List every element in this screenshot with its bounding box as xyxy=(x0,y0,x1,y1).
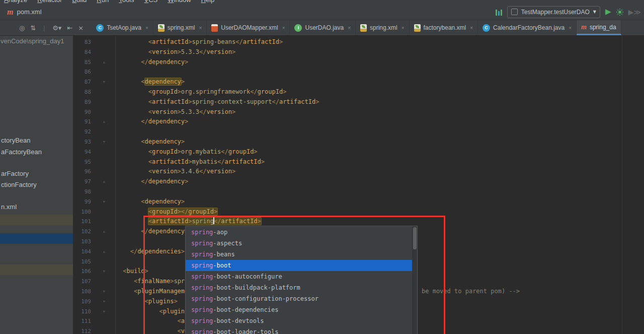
menu-item[interactable]: Window xyxy=(168,0,191,4)
editor-tab[interactable]: factorybean.xml× xyxy=(410,20,478,35)
tab-close-icon[interactable]: × xyxy=(282,25,285,31)
code-line[interactable]: <artifactId>mybatis</artifactId> xyxy=(119,157,644,167)
code-line[interactable] xyxy=(119,187,644,197)
tab-close-icon[interactable]: × xyxy=(569,25,572,31)
build-columns-icon[interactable] xyxy=(496,9,502,16)
menu-item[interactable]: Build xyxy=(72,0,87,4)
line-number: 100 xyxy=(77,207,91,217)
breadcrumb[interactable]: pom.xml xyxy=(17,8,41,16)
fold-marker-icon[interactable]: ▿ xyxy=(103,197,105,207)
panel-icons: ◎⇅❘⚙▾⇤× xyxy=(0,20,92,35)
line-number: 97 xyxy=(77,177,91,187)
fold-marker-icon[interactable]: ▵ xyxy=(103,177,105,187)
project-tree-item[interactable]: ctionFactory xyxy=(1,181,37,188)
completion-item[interactable]: spring-aop xyxy=(186,227,413,238)
line-number: 91 xyxy=(77,117,91,127)
editor-tab[interactable]: CTsetAop.java× xyxy=(92,20,153,35)
tab-close-icon[interactable]: × xyxy=(348,25,351,31)
divider: ❘ xyxy=(41,24,47,32)
line-number: 87 xyxy=(77,77,91,87)
popup-scrollbar-thumb[interactable] xyxy=(413,227,417,249)
project-tree-item[interactable]: aFactoryBean xyxy=(1,148,42,156)
code-line[interactable] xyxy=(119,127,644,137)
menu-item[interactable]: Tools xyxy=(119,0,134,4)
settings-gear-icon[interactable]: ⚙▾ xyxy=(52,24,61,32)
project-tree-item[interactable]: n.xml xyxy=(1,203,17,211)
hide-panel-icon[interactable]: ⇤ xyxy=(67,24,72,32)
collapse-all-icon[interactable]: ⇅ xyxy=(30,24,36,32)
line-number: 84 xyxy=(77,47,91,57)
code-line[interactable]: <artifactId>spring-beans</artifactId> xyxy=(119,37,644,47)
fold-marker-icon[interactable]: ▿ xyxy=(103,307,105,317)
line-number: 108 xyxy=(77,287,91,297)
project-selected-row[interactable] xyxy=(0,264,73,275)
profile-button[interactable]: ▶≫ xyxy=(628,9,641,16)
completion-item[interactable]: spring-aspects xyxy=(186,238,413,249)
ide-window: AnalyzeRefactorBuildRunToolsVCSWindowHel… xyxy=(0,0,644,334)
completion-item[interactable]: spring-boot xyxy=(186,260,413,271)
completion-item[interactable]: spring-boot-dependencies xyxy=(186,304,413,315)
code-line[interactable]: </dependency> xyxy=(119,177,644,187)
editor-tab[interactable]: spring.xml× xyxy=(153,20,207,35)
fold-marker-icon[interactable]: ▵ xyxy=(103,247,105,257)
menu-item[interactable]: Help xyxy=(201,0,215,4)
project-selected-row[interactable] xyxy=(0,215,73,225)
code-line[interactable]: <version>5.3.3</version> xyxy=(119,47,644,57)
close-icon[interactable]: × xyxy=(78,24,84,32)
editor-tab[interactable]: spring.xml× xyxy=(356,20,410,35)
fold-marker-icon[interactable]: ▵ xyxy=(103,227,105,237)
tab-label: spring_da xyxy=(590,24,616,31)
run-coverage-button[interactable] xyxy=(616,9,623,16)
completion-item[interactable]: spring-boot-devtools xyxy=(186,315,413,326)
run-button[interactable]: ▶ xyxy=(605,8,611,16)
project-tree-item[interactable]: arFactory xyxy=(1,170,29,177)
line-number: 95 xyxy=(77,157,91,167)
code-line[interactable]: <dependency> xyxy=(119,197,644,207)
editor-gutter: 838485▵8687▿88899091▵9293▿94959697▵9899▿… xyxy=(73,36,116,334)
completion-popup: spring-aopspring-aspectsspring-beansspri… xyxy=(185,226,418,334)
code-line[interactable]: <version>5.3.3</version> xyxy=(119,107,644,117)
fold-marker-icon[interactable]: ▿ xyxy=(103,137,105,147)
code-line[interactable]: <groupId></groupId> xyxy=(119,207,644,217)
locate-icon[interactable]: ◎ xyxy=(19,24,25,32)
code-line[interactable]: <dependency> xyxy=(119,77,644,87)
code-line[interactable]: </dependency> xyxy=(119,117,644,127)
code-line[interactable]: <artifactId>spring-context-support</arti… xyxy=(119,97,644,107)
fold-marker-icon[interactable]: ▿ xyxy=(103,287,105,297)
chevron-down-icon: ▼ xyxy=(593,10,596,14)
code-line[interactable]: <groupId>org.springframework</groupId> xyxy=(119,87,644,97)
fold-marker-icon[interactable]: ▿ xyxy=(103,297,105,307)
completion-item[interactable]: spring-boot-buildpack-platform xyxy=(186,282,413,293)
fold-marker-icon[interactable]: ▿ xyxy=(103,266,105,277)
completion-item[interactable]: spring-beans xyxy=(186,249,413,260)
project-tree-item[interactable]: ctoryBean xyxy=(1,137,31,144)
fold-marker-icon[interactable]: ▿ xyxy=(103,77,105,87)
project-selected-row[interactable] xyxy=(0,233,73,244)
menu-item[interactable]: Analyze xyxy=(4,0,27,4)
fold-marker-icon[interactable]: ▵ xyxy=(103,117,105,127)
code-line[interactable]: <dependency> xyxy=(119,137,644,147)
line-number: 92 xyxy=(77,127,91,137)
editor-tab[interactable]: UserDAOMapper.xml× xyxy=(207,20,290,35)
code-line[interactable]: <groupId>org.mybatis</groupId> xyxy=(119,147,644,157)
tab-label: factorybean.xml xyxy=(424,24,466,31)
editor-tab[interactable]: CCalendarFactoryBean.java× xyxy=(478,20,577,35)
run-config-combo[interactable]: TestMapper.testUserDAO ▼ xyxy=(507,6,600,18)
menu-item[interactable]: VCS xyxy=(144,0,158,4)
code-line[interactable]: </dependency> xyxy=(119,57,644,68)
tab-close-icon[interactable]: × xyxy=(470,25,473,31)
tab-close-icon[interactable]: × xyxy=(199,25,202,31)
editor-tab[interactable]: IUserDAO.java× xyxy=(290,20,356,35)
completion-item[interactable]: spring-boot-autoconfigure xyxy=(186,271,413,282)
completion-item[interactable]: spring-boot-loader-tools xyxy=(186,326,413,334)
code-line[interactable]: <version>3.4.6</version> xyxy=(119,167,644,177)
fold-marker-icon[interactable]: ▵ xyxy=(103,57,105,68)
completion-item[interactable]: spring-boot-configuration-processor xyxy=(186,293,413,304)
maven-file-icon: m xyxy=(581,23,587,31)
tab-close-icon[interactable]: × xyxy=(401,25,405,31)
menu-item[interactable]: Refactor xyxy=(37,0,62,4)
tab-close-icon[interactable]: × xyxy=(145,25,148,31)
menu-item[interactable]: Run xyxy=(97,0,109,4)
editor-tab[interactable]: mspring_da xyxy=(577,20,621,35)
code-line[interactable] xyxy=(119,67,644,77)
